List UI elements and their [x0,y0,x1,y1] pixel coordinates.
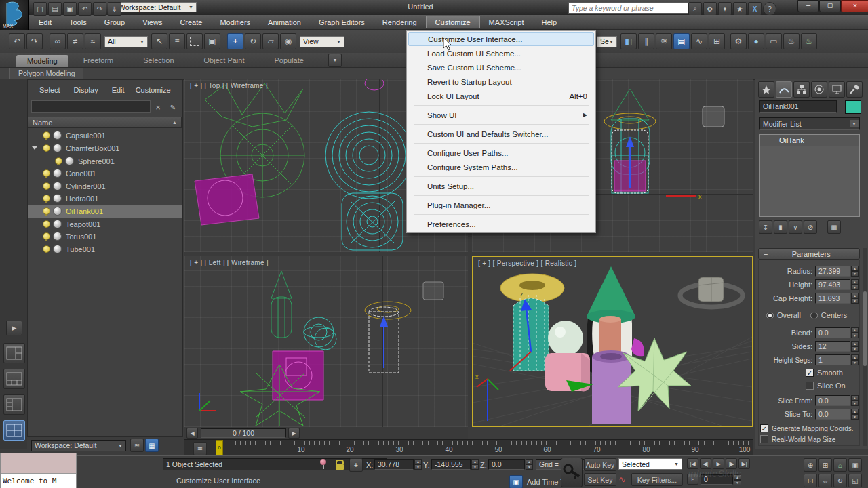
height-spinner[interactable]: ▲▼ [851,279,859,290]
menu-customize[interactable]: Customize [426,16,480,28]
explorer-menu-customize[interactable]: Customize [132,85,175,96]
height-segs-field[interactable]: 1 [815,354,850,365]
menu-item-revert-to-startup-layout[interactable]: Revert to Startup Layout [407,75,595,89]
maximize-viewport-toggle-icon[interactable] [848,474,862,487]
tab-modify[interactable] [776,81,792,98]
selection-lock-icon[interactable] [336,460,344,469]
list-item-selected[interactable]: OilTank001 [28,205,182,218]
tab-utilities[interactable] [846,81,863,98]
toggle-set-key-button[interactable] [561,458,583,487]
radius-field[interactable]: 27.399 [815,266,850,277]
x-coord-spinner[interactable]: ▲▼ [414,459,422,470]
pick-object-icon[interactable] [166,100,180,114]
close-button[interactable]: × [841,0,868,12]
slice-on-checkbox[interactable] [806,382,814,390]
slice-from-field[interactable]: 0.0 [815,395,850,406]
menu-item-show-ui[interactable]: Show UI [407,108,595,122]
undo-icon[interactable] [78,2,92,16]
configure-modifier-sets-icon[interactable] [827,220,841,234]
named-selection-set-dropdown[interactable]: Se ▼ [597,36,617,47]
mirror-icon[interactable] [620,33,637,49]
modifier-list-dropdown[interactable]: Modifier List ▼ [760,117,860,130]
generate-mapping-coords-checkbox[interactable] [760,424,768,432]
ribbon-minimize-dropdown-icon[interactable]: ▼ [328,54,342,67]
absolute-relative-toggle-icon[interactable] [349,458,363,472]
zoom-icon[interactable] [804,458,817,472]
centers-radio[interactable] [810,312,818,319]
visibility-bulb-icon[interactable] [43,131,50,139]
visibility-bulb-icon[interactable] [55,157,62,165]
menu-item-save-custom-ui-scheme[interactable]: Save Custom UI Scheme... [407,60,595,75]
explorer-menu-select[interactable]: Select [33,85,67,96]
height-field[interactable]: 97.493 [815,279,850,290]
select-and-scale-icon[interactable] [262,33,279,49]
menu-rendering[interactable]: Rendering [374,16,426,28]
zoom-all-icon[interactable] [818,458,832,472]
menu-item-configure-user-paths[interactable]: Configure User Paths... [407,146,595,160]
time-slider-next-button[interactable]: ▶ [288,428,300,439]
communication-center-icon[interactable] [703,2,717,16]
real-world-map-size-checkbox[interactable] [760,435,768,443]
list-item[interactable]: Torus001 [28,230,182,243]
slice-to-field[interactable]: 0.0 [815,409,850,420]
menu-modifiers[interactable]: Modifiers [211,16,259,28]
toggle-scene-explorer-icon[interactable] [673,33,690,49]
rectangular-selection-region-icon[interactable] [186,33,203,49]
timeline-ruler[interactable]: 0 10 20 30 40 50 60 70 80 90 100 [216,440,753,456]
favorites-icon[interactable] [733,2,747,16]
z-coord-field[interactable]: 0.0 [488,459,525,470]
unlink-selection-icon[interactable] [67,33,83,49]
menu-item-lock-ui-layout[interactable]: Lock UI LayoutAlt+0 [407,89,595,103]
render-setup-icon[interactable] [730,33,747,49]
menu-maxscript[interactable]: MAXScript [480,16,533,28]
select-and-link-icon[interactable] [50,33,66,49]
list-item[interactable]: ChamferBox001 [28,142,182,155]
blend-field[interactable]: 0.0 [815,327,850,338]
minimize-button[interactable]: – [797,0,819,12]
update-icon[interactable] [718,2,732,16]
mini-curve-editor-icon[interactable] [193,442,207,455]
reference-coordsys-dropdown[interactable]: View ▼ [300,36,344,47]
show-end-result-icon[interactable] [774,220,787,234]
workspace-dropdown-bottom[interactable]: Workspace: Default ▼ [31,440,126,451]
search-input[interactable] [568,2,689,14]
selection-filter-dropdown[interactable]: All ▼ [104,36,148,47]
select-and-rotate-icon[interactable] [245,33,261,49]
make-unique-icon[interactable] [789,220,802,234]
tab-hierarchy[interactable] [793,81,810,98]
expand-panel-arrow-button[interactable]: ▶ [6,321,22,336]
window-crossing-icon[interactable] [204,33,220,49]
select-by-name-icon[interactable] [169,33,185,49]
ribbon-tab-modeling[interactable]: Modeling [16,55,68,67]
viewport-perspective[interactable]: [ + ] [ Perspective ] [ Realistic ] [472,256,753,427]
align-icon[interactable] [638,33,654,49]
redo-icon[interactable] [93,2,106,16]
render-iterative-icon[interactable] [801,33,817,49]
list-item[interactable]: Tube001 [28,243,182,256]
sides-spinner[interactable]: ▲▼ [851,341,859,352]
key-filters-button[interactable]: Key Filters... [631,473,683,486]
menu-tools[interactable]: Tools [60,16,96,28]
bind-to-spacewarp-icon[interactable] [85,33,101,49]
viewport-splitter-horizontal[interactable] [184,252,753,256]
menu-views[interactable]: Views [134,16,171,28]
remove-modifier-icon[interactable] [804,220,817,234]
new-scene-icon[interactable] [33,2,47,16]
zoom-extents-all-icon[interactable] [848,458,862,472]
smooth-checkbox[interactable] [806,369,814,377]
menu-edit[interactable]: Edit [30,16,60,28]
welcome-window[interactable]: Welcome to M [0,453,77,488]
menu-graph-editors[interactable]: Graph Editors [310,16,374,28]
visibility-bulb-icon[interactable] [43,169,50,177]
y-coord-field[interactable]: -148.555 [431,459,471,470]
schematic-view-icon[interactable] [709,33,725,49]
ribbon-tab-freeform[interactable]: Freeform [68,54,129,66]
isolate-pin-icon[interactable] [320,459,328,470]
list-item[interactable]: Cylinder001 [28,180,182,192]
visibility-bulb-icon[interactable] [43,195,50,202]
set-key-filters-curve-icon[interactable] [618,474,626,485]
overall-radio[interactable] [766,312,774,319]
list-item[interactable]: Hedra001 [28,192,182,205]
command-panel-scrollbar[interactable] [863,248,867,446]
explorer-name-header[interactable]: Name ▲ [28,117,182,128]
